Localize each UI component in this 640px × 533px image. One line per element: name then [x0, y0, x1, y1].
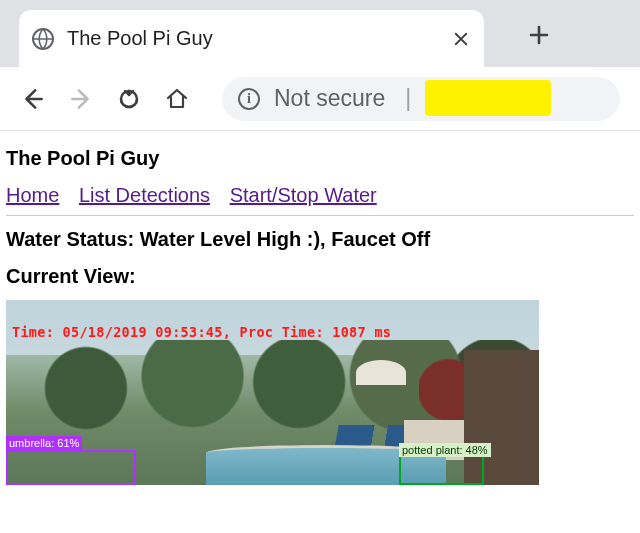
link-start-stop-water[interactable]: Start/Stop Water — [230, 184, 377, 206]
current-view-heading: Current View: — [6, 265, 634, 288]
back-button[interactable] — [20, 86, 46, 112]
link-home[interactable]: Home — [6, 184, 59, 206]
security-label: Not secure — [274, 85, 385, 112]
close-icon[interactable] — [450, 28, 472, 50]
camera-view: Time: 05/18/2019 09:53:45, Proc Time: 10… — [6, 300, 539, 485]
globe-icon — [31, 27, 55, 51]
water-status: Water Status: Water Level High :), Fauce… — [6, 228, 634, 251]
tab-title: The Pool Pi Guy — [67, 27, 438, 50]
address-bar[interactable]: i Not secure | — [222, 77, 620, 121]
page-title: The Pool Pi Guy — [6, 147, 634, 170]
redacted-url — [431, 84, 541, 114]
page-content: The Pool Pi Guy Home List Detections Sta… — [0, 131, 640, 485]
detection-box-potted-plant: potted plant: 48% — [399, 455, 484, 485]
detection-label-potted-plant: potted plant: 48% — [399, 443, 491, 457]
address-separator: | — [405, 85, 411, 112]
nav-links: Home List Detections Start/Stop Water — [6, 184, 634, 207]
browser-tab[interactable]: The Pool Pi Guy — [19, 10, 484, 67]
forward-button[interactable] — [68, 86, 94, 112]
browser-tab-strip: The Pool Pi Guy — [0, 0, 640, 67]
browser-toolbar: i Not secure | — [0, 67, 640, 131]
link-list-detections[interactable]: List Detections — [79, 184, 210, 206]
reload-button[interactable] — [116, 86, 142, 112]
home-button[interactable] — [164, 86, 190, 112]
timestamp-overlay: Time: 05/18/2019 09:53:45, Proc Time: 10… — [12, 324, 391, 340]
new-tab-button[interactable] — [524, 20, 554, 50]
detection-box-umbrella: umbrella: 61% — [6, 450, 136, 485]
detection-label-umbrella: umbrella: 61% — [6, 436, 82, 450]
divider — [6, 215, 634, 216]
info-icon[interactable]: i — [238, 88, 260, 110]
